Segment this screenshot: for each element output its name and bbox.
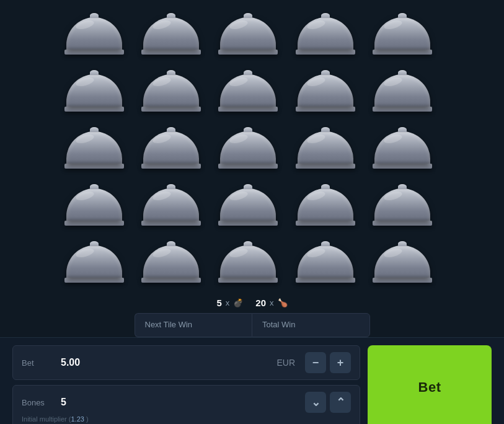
bet-currency: EUR [276,358,295,368]
next-tile-win-label: Next Tile Win [145,320,242,329]
safe-x-label: x [270,298,274,307]
left-controls: Bet 5.00 EUR − + Bones 5 ⌄ ⌃ Initial mul… [12,345,360,424]
info-bar: 5 x 💣 20 x 🍗 [216,298,287,308]
tile-4-2[interactable] [140,182,202,232]
tile-4-5[interactable] [371,182,433,232]
bones-row-top: Bones 5 ⌄ ⌃ [22,392,351,413]
tile-4-4[interactable] [294,182,356,232]
tile-5-1[interactable] [63,239,125,289]
tile-1-5[interactable] [371,11,433,61]
tile-2-4[interactable] [294,68,356,118]
total-win-panel: Total Win [252,313,370,337]
bet-value: 5.00 [56,357,276,368]
bet-button[interactable]: Bet [368,345,492,424]
bones-up-button[interactable]: ⌃ [330,392,351,413]
tile-5-3[interactable] [217,239,279,289]
bet-plus-button[interactable]: + [330,352,351,373]
multiplier-label: Initial multiplier ( [22,415,71,423]
tile-2-3[interactable] [217,68,279,118]
next-tile-win-panel: Next Tile Win [135,313,252,337]
safe-info: 20 x 🍗 [255,298,287,308]
tile-2-5[interactable] [371,68,433,118]
tile-2-1[interactable] [63,68,125,118]
tile-1-1[interactable] [63,11,125,61]
tile-3-3[interactable] [217,125,279,175]
bones-value: 5 [56,397,305,408]
tile-3-4[interactable] [294,125,356,175]
bottom-controls: Bet 5.00 EUR − + Bones 5 ⌄ ⌃ Initial mul… [0,337,504,424]
mines-icon: 💣 [233,298,243,307]
bet-row: Bet 5.00 EUR − + [12,345,360,380]
bones-label: Bones [22,398,56,407]
multiplier-suffix: ) [84,415,89,423]
bet-minus-button[interactable]: − [305,352,326,373]
tile-5-4[interactable] [294,239,356,289]
bones-btn-group: ⌄ ⌃ [305,392,351,413]
bet-label: Bet [22,358,56,368]
tile-grid [63,11,441,289]
tile-5-2[interactable] [140,239,202,289]
tile-4-3[interactable] [217,182,279,232]
safe-count: 20 [255,298,266,308]
safe-icon: 🍗 [278,298,288,307]
tile-3-2[interactable] [140,125,202,175]
game-area: 5 x 💣 20 x 🍗 Next Tile Win Total Win [0,0,504,337]
tile-5-5[interactable] [371,239,433,289]
tile-1-2[interactable] [140,11,202,61]
tile-3-5[interactable] [371,125,433,175]
mines-info: 5 x 💣 [216,298,243,308]
total-win-label: Total Win [262,320,360,329]
bones-row: Bones 5 ⌄ ⌃ Initial multiplier (1.23 ) [12,385,360,424]
mines-count: 5 [216,298,221,308]
bones-down-button[interactable]: ⌄ [305,392,326,413]
tile-4-1[interactable] [63,182,125,232]
multiplier-value: 1.23 [71,415,84,423]
tile-1-4[interactable] [294,11,356,61]
tile-1-3[interactable] [217,11,279,61]
bet-btn-group: − + [305,352,351,373]
win-panels: Next Tile Win Total Win [135,313,370,337]
multiplier-info: Initial multiplier (1.23 ) [22,415,89,423]
mines-x-label: x [226,298,230,307]
tile-3-1[interactable] [63,125,125,175]
tile-2-2[interactable] [140,68,202,118]
